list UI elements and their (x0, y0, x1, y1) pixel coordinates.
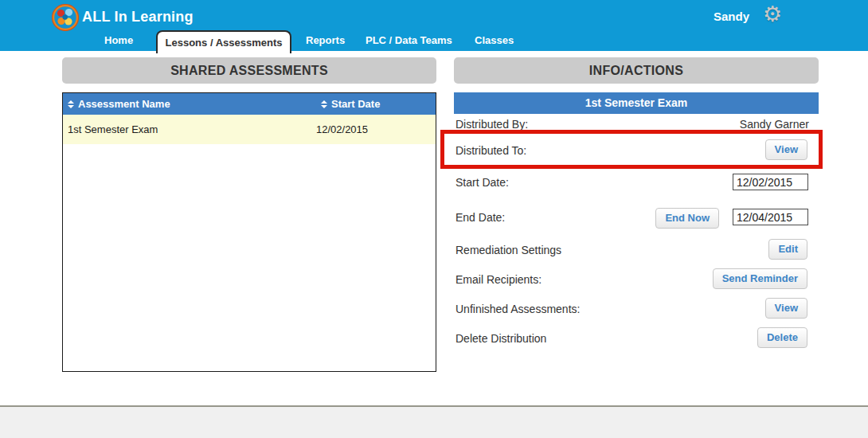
column-header-label: Assessment Name (78, 98, 170, 110)
table-row[interactable]: 1st Semester Exam 12/02/2015 (63, 115, 436, 144)
distributed-by-label: Distributed By: (456, 118, 528, 131)
nav-reports[interactable]: Reports (306, 34, 345, 46)
nav-lessons-assessments[interactable]: Lessons / Assessments (156, 30, 291, 53)
table-header-row: Assessment Name Start Date (63, 93, 436, 115)
delete-button[interactable]: Delete (757, 327, 807, 348)
remediation-edit-button[interactable]: Edit (768, 239, 807, 260)
unfinished-assessments-label: Unfinished Assessments: (456, 303, 580, 315)
start-date-label: Start Date: (456, 176, 509, 189)
nav-classes[interactable]: Classes (475, 34, 514, 46)
unfinished-view-button[interactable]: View (765, 298, 807, 319)
shared-assessments-table: Assessment Name Start Date 1st Semester … (62, 92, 436, 372)
nav-home[interactable]: Home (104, 34, 133, 46)
end-date-input[interactable] (733, 209, 808, 225)
sort-icon (68, 100, 74, 108)
send-reminder-button[interactable]: Send Reminder (713, 268, 807, 289)
email-recipients-label: Email Recipients: (456, 273, 542, 286)
gear-icon[interactable]: ⚙ (763, 2, 782, 27)
assessment-name-cell: 1st Semester Exam (63, 123, 316, 135)
distributed-by-value: Sandy Garner (740, 118, 809, 131)
column-header-start-date[interactable]: Start Date (316, 98, 436, 110)
delete-distribution-label: Delete Distribution (456, 332, 546, 345)
start-date-cell: 12/02/2015 (316, 123, 436, 135)
brand-title: ALL In Learning (82, 9, 194, 25)
selected-assessment-title: 1st Semester Exam (454, 92, 819, 114)
all-in-learning-logo-icon[interactable] (52, 4, 79, 31)
column-header-assessment-name[interactable]: Assessment Name (63, 98, 316, 110)
column-header-label: Start Date (331, 98, 380, 110)
app-header: ALL In Learning Sandy ⚙ Home Lessons / A… (0, 0, 868, 51)
distributed-to-view-button[interactable]: View (765, 139, 807, 160)
nav-plc-data-teams[interactable]: PLC / Data Teams (366, 34, 452, 46)
end-date-label: End Date: (456, 211, 505, 224)
info-actions-title: INFO/ACTIONS (454, 57, 819, 84)
shared-assessments-title: SHARED ASSESSMENTS (62, 57, 436, 84)
distributed-to-label: Distributed To: (456, 144, 526, 157)
user-menu[interactable]: Sandy (714, 10, 749, 23)
end-now-button[interactable]: End Now (655, 208, 719, 229)
sort-icon (321, 100, 327, 108)
page-footer (0, 405, 868, 438)
remediation-settings-label: Remediation Settings (456, 244, 561, 256)
start-date-input[interactable] (733, 174, 808, 190)
